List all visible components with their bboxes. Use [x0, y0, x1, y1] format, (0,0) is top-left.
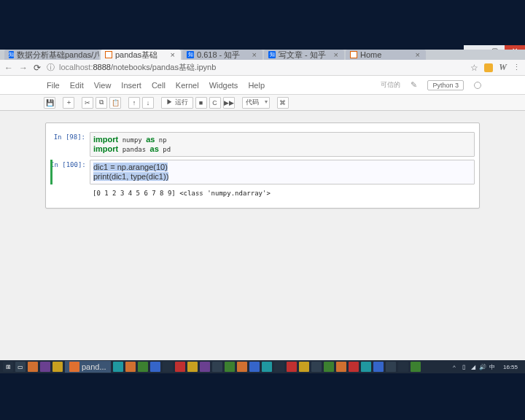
tab-label: Home: [360, 50, 381, 59]
browser-menu-icon[interactable]: ⋮: [513, 63, 521, 72]
tab-close-icon[interactable]: ×: [414, 50, 421, 59]
taskbar-app-icon[interactable]: [175, 362, 185, 372]
taskbar-app-icon[interactable]: [311, 362, 322, 372]
taskbar-app-icon[interactable]: [299, 362, 309, 372]
taskbar-app-icon[interactable]: [324, 362, 334, 372]
extension-icon[interactable]: [484, 63, 493, 72]
taskbar-app-icon[interactable]: [200, 362, 210, 372]
add-cell-button[interactable]: ＋: [63, 97, 74, 109]
cell-input[interactable]: dic1 = np.arange(10)print(dic1, type(dic…: [90, 160, 475, 184]
edit-metadata-icon[interactable]: ✎: [411, 80, 417, 90]
tab-label: 0.618 - 知乎: [197, 50, 240, 60]
tray-volume-icon[interactable]: 🔊: [479, 363, 486, 370]
kernel-name[interactable]: Python 3: [427, 80, 464, 90]
menu-view[interactable]: View: [94, 81, 112, 90]
zhihu-favicon: 知: [9, 51, 14, 58]
jupyter-favicon: [105, 51, 112, 58]
taskview-icon[interactable]: ▭: [15, 362, 26, 372]
taskbar-app-icon[interactable]: [52, 362, 63, 372]
copy-button[interactable]: ⧉: [96, 97, 107, 109]
taskbar-app-icon[interactable]: [336, 362, 346, 372]
menu-kernel[interactable]: Kernel: [176, 81, 199, 90]
browser-tab[interactable]: 知数据分析基础pandas/八大常用×: [4, 50, 99, 60]
nav-back-icon[interactable]: ←: [4, 63, 13, 73]
browser-tab[interactable]: Home×: [346, 50, 426, 60]
code-cell[interactable]: In [98]:import numpy as npimport pandas …: [50, 132, 475, 157]
taskbar-app-icon[interactable]: [287, 362, 297, 372]
taskbar-app-icon[interactable]: [225, 362, 235, 372]
url-host: localhost: [59, 63, 90, 71]
move-up-button[interactable]: ↑: [128, 97, 140, 109]
taskbar-app-icon[interactable]: [262, 362, 272, 372]
taskbar-app-icon[interactable]: [113, 362, 123, 372]
tab-close-icon[interactable]: ×: [169, 50, 176, 59]
zhihu-favicon: 知: [187, 51, 194, 58]
taskbar-app-icon[interactable]: [386, 362, 396, 372]
tab-label: 写文章 - 知乎: [279, 50, 326, 60]
menu-widgets[interactable]: Widgets: [209, 81, 238, 90]
url-path: /notebooks/pandas基础.ipynb: [111, 63, 216, 71]
taskbar-clock[interactable]: 16:55: [499, 364, 522, 370]
menu-help[interactable]: Help: [248, 81, 265, 90]
taskbar-app-icon[interactable]: [125, 362, 136, 372]
taskbar-app-icon[interactable]: [138, 362, 148, 372]
taskbar-app-icon[interactable]: [163, 362, 173, 372]
cell-output: [0 1 2 3 4 5 6 7 8 9] <class 'numpy.ndar…: [90, 187, 475, 199]
extension-icon-2[interactable]: W: [499, 62, 507, 73]
menu-edit[interactable]: Edit: [70, 81, 84, 90]
tab-label: pandas基础: [115, 50, 158, 60]
nav-forward-icon[interactable]: →: [19, 63, 28, 73]
tab-label: 数据分析基础pandas/八大常用: [17, 50, 99, 60]
menu-insert[interactable]: Insert: [121, 81, 141, 90]
taskbar-app-icon[interactable]: [373, 362, 384, 372]
taskbar-app-icon[interactable]: [411, 362, 421, 372]
save-button[interactable]: 💾: [44, 97, 55, 109]
menu-cell[interactable]: Cell: [152, 81, 166, 90]
code-cell[interactable]: In [100]:dic1 = np.arange(10)print(dic1,…: [50, 160, 475, 184]
taskbar-app-icon[interactable]: [237, 362, 247, 372]
cell-prompt: In [100]:: [50, 160, 90, 184]
taskbar-app-icon[interactable]: [361, 362, 371, 372]
taskbar-app-icon[interactable]: [150, 362, 160, 372]
browser-tab[interactable]: 知0.618 - 知乎×: [182, 50, 262, 60]
interrupt-button[interactable]: ■: [195, 97, 207, 109]
taskbar-app-icon[interactable]: [212, 362, 222, 372]
start-button[interactable]: ⊞: [3, 362, 13, 372]
taskbar-app-icon[interactable]: [40, 362, 50, 372]
windows-taskbar: ⊞ ▭ pand... ^ ▯ ◢ 🔊 中: [0, 360, 525, 373]
notebook-menubar: FileEditViewInsertCellKernelWidgetsHelp …: [0, 76, 525, 95]
bookmark-star-icon[interactable]: ☆: [470, 63, 478, 73]
menu-file[interactable]: File: [47, 81, 60, 90]
taskbar-app-icon[interactable]: [249, 362, 260, 372]
cell-output-row: [0 1 2 3 4 5 6 7 8 9] <class 'numpy.ndar…: [50, 187, 475, 199]
tray-ime-icon[interactable]: 中: [489, 363, 496, 370]
paste-button[interactable]: 📋: [109, 97, 121, 109]
restart-run-all-button[interactable]: ▶▶: [223, 97, 235, 109]
tray-wifi-icon[interactable]: ◢: [470, 363, 477, 370]
omnibox[interactable]: ⓘ localhost:8888/notebooks/pandas基础.ipyn…: [47, 62, 464, 73]
command-palette-button[interactable]: ⌘: [277, 97, 289, 109]
taskbar-app-icon[interactable]: [349, 362, 359, 372]
address-bar: ← → ⟳ ⓘ localhost:8888/notebooks/pandas基…: [0, 60, 525, 76]
restart-button[interactable]: C: [209, 97, 221, 109]
cell-input[interactable]: import numpy as npimport pandas as pd: [90, 132, 475, 157]
tray-battery-icon[interactable]: ▯: [460, 363, 467, 370]
url-port: 8888: [93, 63, 110, 71]
reload-icon[interactable]: ⟳: [34, 63, 41, 73]
browser-tab[interactable]: pandas基础×: [101, 50, 181, 60]
tray-up-icon[interactable]: ^: [451, 363, 458, 370]
taskbar-app-icon[interactable]: [28, 362, 38, 372]
taskbar-app-icon[interactable]: [187, 362, 198, 372]
tab-close-icon[interactable]: ×: [251, 50, 258, 59]
browser-tab[interactable]: 知写文章 - 知乎×: [264, 50, 344, 60]
taskbar-app-icon[interactable]: [398, 362, 408, 372]
taskbar-app-icon[interactable]: [274, 362, 284, 372]
cut-button[interactable]: ✂: [82, 97, 93, 109]
tab-close-icon[interactable]: ×: [332, 50, 340, 59]
run-button[interactable]: ▶ 运行: [161, 97, 193, 109]
trusted-label: 可信的: [381, 80, 400, 90]
taskbar-active-app[interactable]: pand...: [65, 361, 111, 373]
celltype-select[interactable]: 代码: [242, 97, 270, 109]
move-down-button[interactable]: ↓: [142, 97, 154, 109]
cell-prompt: In [98]:: [50, 132, 90, 157]
